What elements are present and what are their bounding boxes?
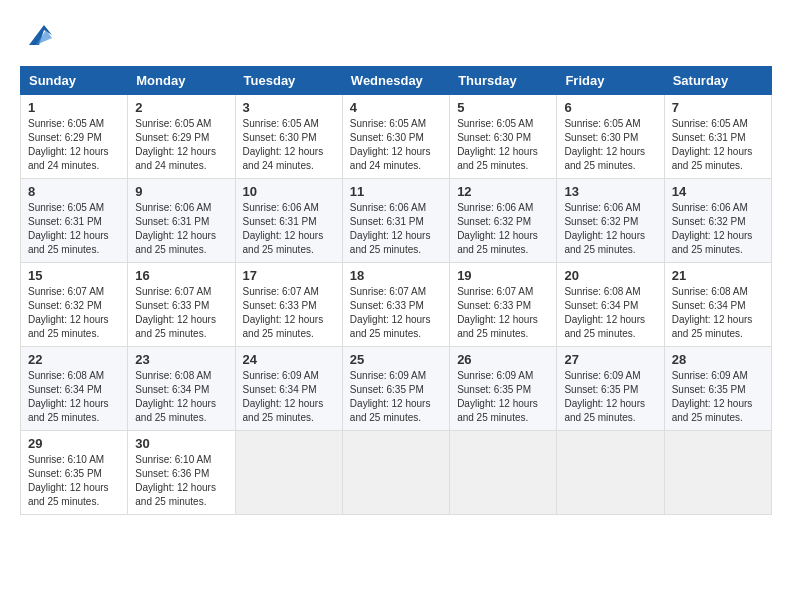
day-info: Sunrise: 6:09 AM Sunset: 6:35 PM Dayligh… [350, 369, 442, 425]
day-number: 7 [672, 100, 764, 115]
day-info: Sunrise: 6:05 AM Sunset: 6:30 PM Dayligh… [457, 117, 549, 173]
day-info: Sunrise: 6:06 AM Sunset: 6:32 PM Dayligh… [457, 201, 549, 257]
day-info: Sunrise: 6:09 AM Sunset: 6:35 PM Dayligh… [457, 369, 549, 425]
weekday-header-wednesday: Wednesday [342, 67, 449, 95]
calendar-cell: 6 Sunrise: 6:05 AM Sunset: 6:30 PM Dayli… [557, 95, 664, 179]
day-number: 8 [28, 184, 120, 199]
day-info: Sunrise: 6:06 AM Sunset: 6:31 PM Dayligh… [135, 201, 227, 257]
day-info: Sunrise: 6:05 AM Sunset: 6:30 PM Dayligh… [564, 117, 656, 173]
day-info: Sunrise: 6:05 AM Sunset: 6:29 PM Dayligh… [28, 117, 120, 173]
calendar-cell: 11 Sunrise: 6:06 AM Sunset: 6:31 PM Dayl… [342, 179, 449, 263]
calendar-cell: 29 Sunrise: 6:10 AM Sunset: 6:35 PM Dayl… [21, 431, 128, 515]
day-number: 29 [28, 436, 120, 451]
day-info: Sunrise: 6:05 AM Sunset: 6:30 PM Dayligh… [243, 117, 335, 173]
day-number: 14 [672, 184, 764, 199]
calendar-cell: 8 Sunrise: 6:05 AM Sunset: 6:31 PM Dayli… [21, 179, 128, 263]
calendar-cell: 17 Sunrise: 6:07 AM Sunset: 6:33 PM Dayl… [235, 263, 342, 347]
day-info: Sunrise: 6:07 AM Sunset: 6:33 PM Dayligh… [350, 285, 442, 341]
calendar-cell: 28 Sunrise: 6:09 AM Sunset: 6:35 PM Dayl… [664, 347, 771, 431]
day-number: 27 [564, 352, 656, 367]
day-number: 11 [350, 184, 442, 199]
calendar-cell [450, 431, 557, 515]
day-info: Sunrise: 6:07 AM Sunset: 6:32 PM Dayligh… [28, 285, 120, 341]
day-info: Sunrise: 6:08 AM Sunset: 6:34 PM Dayligh… [672, 285, 764, 341]
calendar-cell: 7 Sunrise: 6:05 AM Sunset: 6:31 PM Dayli… [664, 95, 771, 179]
week-row-5: 29 Sunrise: 6:10 AM Sunset: 6:35 PM Dayl… [21, 431, 772, 515]
day-number: 15 [28, 268, 120, 283]
weekday-header-thursday: Thursday [450, 67, 557, 95]
day-number: 16 [135, 268, 227, 283]
day-info: Sunrise: 6:06 AM Sunset: 6:31 PM Dayligh… [243, 201, 335, 257]
calendar-cell: 26 Sunrise: 6:09 AM Sunset: 6:35 PM Dayl… [450, 347, 557, 431]
week-row-2: 8 Sunrise: 6:05 AM Sunset: 6:31 PM Dayli… [21, 179, 772, 263]
logo-icon [24, 20, 54, 50]
day-number: 6 [564, 100, 656, 115]
day-number: 9 [135, 184, 227, 199]
day-info: Sunrise: 6:05 AM Sunset: 6:31 PM Dayligh… [28, 201, 120, 257]
calendar-cell: 24 Sunrise: 6:09 AM Sunset: 6:34 PM Dayl… [235, 347, 342, 431]
calendar-cell: 25 Sunrise: 6:09 AM Sunset: 6:35 PM Dayl… [342, 347, 449, 431]
day-info: Sunrise: 6:09 AM Sunset: 6:34 PM Dayligh… [243, 369, 335, 425]
calendar-cell [235, 431, 342, 515]
day-info: Sunrise: 6:10 AM Sunset: 6:35 PM Dayligh… [28, 453, 120, 509]
calendar-cell: 21 Sunrise: 6:08 AM Sunset: 6:34 PM Dayl… [664, 263, 771, 347]
day-info: Sunrise: 6:05 AM Sunset: 6:29 PM Dayligh… [135, 117, 227, 173]
day-info: Sunrise: 6:09 AM Sunset: 6:35 PM Dayligh… [564, 369, 656, 425]
calendar-cell: 10 Sunrise: 6:06 AM Sunset: 6:31 PM Dayl… [235, 179, 342, 263]
day-number: 12 [457, 184, 549, 199]
calendar-cell: 3 Sunrise: 6:05 AM Sunset: 6:30 PM Dayli… [235, 95, 342, 179]
calendar-cell: 14 Sunrise: 6:06 AM Sunset: 6:32 PM Dayl… [664, 179, 771, 263]
day-info: Sunrise: 6:10 AM Sunset: 6:36 PM Dayligh… [135, 453, 227, 509]
week-row-4: 22 Sunrise: 6:08 AM Sunset: 6:34 PM Dayl… [21, 347, 772, 431]
weekday-header-monday: Monday [128, 67, 235, 95]
day-number: 13 [564, 184, 656, 199]
calendar-cell: 22 Sunrise: 6:08 AM Sunset: 6:34 PM Dayl… [21, 347, 128, 431]
day-number: 10 [243, 184, 335, 199]
calendar-cell: 13 Sunrise: 6:06 AM Sunset: 6:32 PM Dayl… [557, 179, 664, 263]
calendar-cell: 2 Sunrise: 6:05 AM Sunset: 6:29 PM Dayli… [128, 95, 235, 179]
calendar-cell: 19 Sunrise: 6:07 AM Sunset: 6:33 PM Dayl… [450, 263, 557, 347]
week-row-3: 15 Sunrise: 6:07 AM Sunset: 6:32 PM Dayl… [21, 263, 772, 347]
day-number: 21 [672, 268, 764, 283]
day-number: 3 [243, 100, 335, 115]
day-number: 17 [243, 268, 335, 283]
day-info: Sunrise: 6:07 AM Sunset: 6:33 PM Dayligh… [457, 285, 549, 341]
day-number: 24 [243, 352, 335, 367]
weekday-header-sunday: Sunday [21, 67, 128, 95]
day-info: Sunrise: 6:06 AM Sunset: 6:31 PM Dayligh… [350, 201, 442, 257]
calendar-cell: 20 Sunrise: 6:08 AM Sunset: 6:34 PM Dayl… [557, 263, 664, 347]
day-info: Sunrise: 6:05 AM Sunset: 6:31 PM Dayligh… [672, 117, 764, 173]
calendar-table: SundayMondayTuesdayWednesdayThursdayFrid… [20, 66, 772, 515]
day-info: Sunrise: 6:08 AM Sunset: 6:34 PM Dayligh… [564, 285, 656, 341]
page-header [20, 20, 772, 50]
calendar-cell: 1 Sunrise: 6:05 AM Sunset: 6:29 PM Dayli… [21, 95, 128, 179]
day-number: 5 [457, 100, 549, 115]
weekday-header-row: SundayMondayTuesdayWednesdayThursdayFrid… [21, 67, 772, 95]
day-number: 23 [135, 352, 227, 367]
day-info: Sunrise: 6:06 AM Sunset: 6:32 PM Dayligh… [564, 201, 656, 257]
day-info: Sunrise: 6:06 AM Sunset: 6:32 PM Dayligh… [672, 201, 764, 257]
day-info: Sunrise: 6:07 AM Sunset: 6:33 PM Dayligh… [243, 285, 335, 341]
calendar-cell: 9 Sunrise: 6:06 AM Sunset: 6:31 PM Dayli… [128, 179, 235, 263]
day-number: 20 [564, 268, 656, 283]
week-row-1: 1 Sunrise: 6:05 AM Sunset: 6:29 PM Dayli… [21, 95, 772, 179]
calendar-cell: 23 Sunrise: 6:08 AM Sunset: 6:34 PM Dayl… [128, 347, 235, 431]
weekday-header-tuesday: Tuesday [235, 67, 342, 95]
weekday-header-saturday: Saturday [664, 67, 771, 95]
calendar-cell: 18 Sunrise: 6:07 AM Sunset: 6:33 PM Dayl… [342, 263, 449, 347]
calendar-cell: 15 Sunrise: 6:07 AM Sunset: 6:32 PM Dayl… [21, 263, 128, 347]
day-number: 30 [135, 436, 227, 451]
calendar-cell: 27 Sunrise: 6:09 AM Sunset: 6:35 PM Dayl… [557, 347, 664, 431]
calendar-cell: 5 Sunrise: 6:05 AM Sunset: 6:30 PM Dayli… [450, 95, 557, 179]
calendar-cell: 4 Sunrise: 6:05 AM Sunset: 6:30 PM Dayli… [342, 95, 449, 179]
day-number: 18 [350, 268, 442, 283]
calendar-cell [664, 431, 771, 515]
day-number: 25 [350, 352, 442, 367]
calendar-cell: 12 Sunrise: 6:06 AM Sunset: 6:32 PM Dayl… [450, 179, 557, 263]
day-number: 22 [28, 352, 120, 367]
day-number: 19 [457, 268, 549, 283]
day-info: Sunrise: 6:09 AM Sunset: 6:35 PM Dayligh… [672, 369, 764, 425]
day-number: 1 [28, 100, 120, 115]
weekday-header-friday: Friday [557, 67, 664, 95]
day-number: 4 [350, 100, 442, 115]
